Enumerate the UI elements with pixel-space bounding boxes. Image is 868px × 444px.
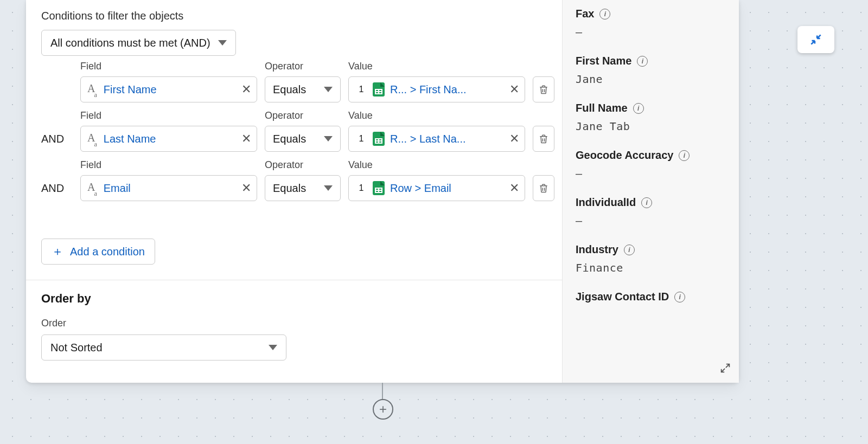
operator-value: Equals [273,83,306,96]
field-picker[interactable]: Aa Email ✕ [80,175,257,201]
side-field-label: Geocode Accuracy [576,149,673,162]
sheets-icon [373,181,385,195]
side-field-label: IndividualId [576,196,636,209]
add-condition-label: Add a condition [70,246,145,258]
clear-value-icon[interactable]: ✕ [509,83,519,95]
value-picker[interactable]: 1 R... > Last Na... ✕ [348,126,525,152]
logic-mode-select[interactable]: All conditions must be met (AND) [41,30,236,56]
value-path: Row > Email [390,182,451,195]
conditions-heading: Conditions to filter the objects [41,10,547,22]
operator-select[interactable]: Equals [265,175,341,201]
chevron-down-icon [324,185,333,191]
order-selected: Not Sorted [50,342,103,354]
add-step-button[interactable]: + [373,399,393,420]
info-icon[interactable] [674,292,685,303]
condition-column-headers: Field Operator Value [41,61,547,72]
workflow-canvas[interactable]: Conditions to filter the objects All con… [0,0,868,444]
text-type-icon: Aa [87,82,98,97]
value-path: R... > Last Na... [390,133,466,145]
side-field: First Name Jane [576,55,726,86]
collapse-panel-button[interactable] [797,26,834,53]
side-field-value: Jane Tab [576,120,726,133]
condition-column-headers: Field Operator Value [41,159,547,171]
operator-select[interactable]: Equals [265,76,341,102]
side-field-value: – [576,167,726,180]
operator-value: Equals [273,133,306,145]
section-divider [26,280,562,280]
sheets-icon [373,132,385,146]
side-field: Fax – [576,8,726,38]
step-index: 1 [355,182,367,195]
chevron-down-icon [324,87,333,92]
config-card: Conditions to filter the objects All con… [26,0,739,383]
condition-column-headers: Field Operator Value [41,110,547,121]
side-field: Jigsaw Contact ID [576,291,726,303]
operator-value: Equals [273,182,306,195]
info-icon[interactable] [624,244,635,255]
side-field-value: – [576,214,726,227]
info-icon[interactable] [637,56,648,67]
field-picker[interactable]: Aa First Name ✕ [80,76,257,102]
side-field-label: Jigsaw Contact ID [576,291,669,303]
condition-row: AND Aa Email ✕ Equals 1 Row > Email [41,175,547,201]
side-field-value: Jane [576,73,726,86]
condition-row: AND Aa Last Name ✕ Equals 1 R... > Last … [41,126,547,152]
clear-value-icon[interactable]: ✕ [509,182,519,194]
field-name: First Name [104,83,157,96]
side-field-label: Full Name [576,102,628,114]
info-icon[interactable] [679,150,690,161]
info-icon[interactable] [641,197,652,208]
field-picker[interactable]: Aa Last Name ✕ [80,126,257,152]
plus-icon: + [379,403,387,416]
side-field: IndividualId – [576,196,726,227]
value-path: R... > First Na... [390,83,467,96]
chevron-down-icon [269,345,277,350]
order-select[interactable]: Not Sorted [41,334,286,361]
side-field-label: Industry [576,243,618,256]
field-name: Last Name [104,133,156,145]
step-index: 1 [355,132,367,145]
info-icon[interactable] [599,9,610,20]
expand-panel-button[interactable] [719,362,731,376]
logic-mode-selected: All conditions must be met (AND) [50,37,210,49]
side-field: Full Name Jane Tab [576,102,726,133]
side-field-value: Finance [576,261,726,274]
value-picker[interactable]: 1 R... > First Na... ✕ [348,76,525,102]
side-field-label: Fax [576,8,594,20]
sheets-icon [373,82,385,96]
side-field: Industry Finance [576,243,726,274]
condition-row: Aa First Name ✕ Equals 1 R... > First Na… [41,76,547,102]
step-index: 1 [355,83,367,96]
side-field-label: First Name [576,55,631,67]
text-type-icon: Aa [87,181,98,196]
clear-field-icon[interactable]: ✕ [241,182,251,194]
logic-joiner: AND [41,182,73,195]
add-condition-button[interactable]: ＋ Add a condition [41,239,155,265]
delete-condition-button[interactable] [533,175,554,201]
text-type-icon: Aa [87,132,98,146]
orderby-heading: Order by [41,292,547,306]
delete-condition-button[interactable] [533,76,554,102]
clear-value-icon[interactable]: ✕ [509,133,519,145]
header-value: Value [348,61,525,72]
value-picker[interactable]: 1 Row > Email ✕ [348,175,525,201]
chevron-down-icon [218,40,227,46]
header-field: Field [80,61,257,72]
logic-joiner: AND [41,133,73,145]
chevron-down-icon [324,136,333,141]
side-field: Geocode Accuracy – [576,149,726,180]
plus-icon: ＋ [52,246,63,258]
info-icon[interactable] [633,103,644,114]
side-field-value: – [576,25,726,38]
conditions-pane: Conditions to filter the objects All con… [26,0,562,383]
operator-select[interactable]: Equals [265,126,341,152]
order-label: Order [41,318,547,329]
delete-condition-button[interactable] [533,126,554,152]
side-panel: Fax – First Name Jane Full Name Jane Tab… [562,0,739,383]
clear-field-icon[interactable]: ✕ [241,83,251,95]
clear-field-icon[interactable]: ✕ [241,133,251,145]
field-name: Email [104,182,131,195]
header-operator: Operator [265,61,341,72]
